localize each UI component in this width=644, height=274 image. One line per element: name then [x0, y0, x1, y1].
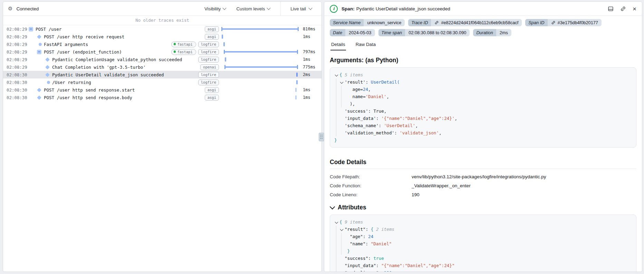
- attributes-heading-label: Attributes: [338, 204, 366, 211]
- span-label: POST /user: [36, 27, 61, 32]
- collapse-icon[interactable]: [29, 27, 33, 31]
- live-tail-label: Live tail: [290, 6, 306, 11]
- indent-guide: [334, 240, 339, 247]
- trace-row[interactable]: 02:08:29POST /user (endpoint_function)fa…: [3, 48, 321, 56]
- meta-value[interactable]: #3e175db4f0b20177: [548, 19, 602, 26]
- collapse-caret-icon[interactable]: [339, 226, 345, 233]
- scope-badge: logfire: [198, 57, 219, 63]
- code-token-brace: {: [371, 227, 376, 232]
- row-timestamp: 02:08:29: [7, 49, 28, 55]
- code-token-brace: }: [347, 248, 350, 254]
- span-label: Pydantic CompletionUsage validate_python…: [52, 57, 182, 62]
- span-label: Chat Completion with 'gpt-3.5-turbo': [52, 65, 146, 70]
- meta-label: Span ID: [525, 19, 547, 26]
- code-line: "age": 24: [334, 233, 632, 240]
- header-menu-visibility[interactable]: Visibility: [204, 6, 226, 11]
- diamond-icon: [45, 57, 50, 62]
- code-line: 'validation_method': 'validate_json',: [334, 129, 632, 136]
- duration-bar-track: [222, 94, 300, 101]
- live-tail-dropdown[interactable]: Live tail: [280, 2, 321, 16]
- header-menu-custom-levels[interactable]: Custom levels: [236, 6, 270, 11]
- code-detail-value: venv/lib/python3.12/site-packages/logfir…: [412, 174, 546, 179]
- row-badges: logfire: [198, 72, 219, 78]
- section-divider: [330, 169, 636, 169]
- trace-row[interactable]: 02:08:29POST /user http receive requesta…: [3, 33, 321, 40]
- code-line: 'result': UserDetail(: [334, 78, 632, 86]
- link-icon: [434, 20, 439, 25]
- duration-tick: [295, 88, 297, 92]
- row-tree: Pydantic CompletionUsage validate_python…: [28, 57, 195, 62]
- row-badges: fastapilogfire: [171, 41, 219, 47]
- trace-row[interactable]: 02:08:30/User returninglogfire: [3, 78, 321, 86]
- code-line: 'success': True,: [334, 107, 632, 115]
- collapse-caret-icon[interactable]: [339, 78, 345, 86]
- indent-pad: [345, 100, 350, 107]
- collapse-icon[interactable]: [37, 50, 41, 54]
- circle-icon: [39, 43, 42, 46]
- trace-row[interactable]: 02:08:29Pydantic CompletionUsage validat…: [3, 56, 321, 63]
- scope-badge: logfire: [198, 79, 219, 85]
- span-detail-actions: ×: [608, 6, 636, 12]
- indent-guide: [334, 115, 339, 122]
- code-token-brace: {: [339, 72, 345, 77]
- detail-tabs: DetailsRaw Data: [324, 37, 642, 50]
- dock-panel-icon[interactable]: [608, 6, 614, 12]
- trace-row[interactable]: 02:08:30POST /user http send response.bo…: [3, 94, 321, 101]
- collapse-caret-icon[interactable]: [334, 71, 339, 78]
- trace-row[interactable]: 02:08:29POST /userasgi810ms: [3, 25, 321, 33]
- span-label: POST /user http send response.body: [44, 95, 132, 100]
- green-dot-icon: [174, 50, 176, 53]
- trace-row[interactable]: 02:08:29FastAPI argumentsfastapilogfire: [3, 40, 321, 48]
- indent-pad: [339, 269, 345, 272]
- copy-link-icon[interactable]: [620, 6, 626, 12]
- indent-guide: [334, 129, 339, 136]
- indent-guide: [339, 93, 345, 100]
- row-timestamp: 02:08:29: [7, 34, 28, 39]
- circle-icon: [47, 81, 50, 84]
- code-token-key: "result": [345, 227, 366, 232]
- row-icon-cell: [45, 81, 50, 84]
- indent-pad: [339, 107, 345, 115]
- tab-details[interactable]: Details: [330, 38, 346, 50]
- code-token-brace: {: [339, 219, 345, 225]
- chevron-down-icon: [267, 6, 271, 10]
- code-token-muted: 5 items: [345, 72, 363, 77]
- close-icon[interactable]: ×: [633, 6, 636, 12]
- meta-label: Duration: [473, 29, 496, 36]
- code-token-pl: ,: [386, 94, 389, 99]
- code-token-key: 'validation_method': [345, 130, 394, 135]
- duration-tick: [225, 57, 226, 62]
- chevron-down-icon: [308, 6, 312, 10]
- info-icon: i: [330, 5, 338, 13]
- menu-label: Visibility: [204, 6, 221, 11]
- span-meta-badges: Service Nameunknown_serviceTrace ID#e822…: [324, 16, 642, 37]
- meta-label: Time span: [378, 29, 405, 36]
- code-line: { 9 items: [334, 218, 632, 226]
- tab-raw-data[interactable]: Raw Data: [355, 38, 376, 50]
- code-line: age=24,: [334, 86, 632, 93]
- trace-row[interactable]: 02:08:30Pydantic UserDetail validate_jso…: [3, 71, 321, 78]
- code-token-pl: name=: [350, 94, 366, 99]
- trace-row[interactable]: 02:08:30POST /user http send response.st…: [3, 86, 321, 94]
- trace-panel-header: ⚙ Connected VisibilityCustom levels Live…: [3, 2, 321, 16]
- code-detail-row: Code Function:_ValidateWrapper._on_enter: [324, 181, 642, 190]
- duration-label: 1ms: [303, 87, 320, 92]
- panel-resize-handle[interactable]: [319, 133, 324, 141]
- attributes-code-block: { 9 items"result": { 2 items"age": 24"na…: [330, 215, 636, 272]
- settings-gear-icon[interactable]: ⚙: [8, 6, 12, 12]
- duration-label: 2ms: [303, 72, 320, 77]
- row-badges: asgi: [205, 95, 219, 101]
- meta-badge-trace-id: Trace ID#e8224d24d41f064b112c6eb9cb58cac…: [408, 19, 522, 26]
- code-line: { 5 items: [334, 71, 632, 78]
- row-icon-cell: [36, 96, 42, 99]
- row-icon-cell: [36, 35, 42, 38]
- code-line: "name": "Daniel": [334, 240, 632, 247]
- code-token-pl: :: [376, 116, 381, 121]
- span-label: /User returning: [52, 80, 91, 85]
- collapse-caret-icon[interactable]: [334, 218, 339, 226]
- trace-row[interactable]: 02:08:29Chat Completion with 'gpt-3.5-tu…: [3, 63, 321, 71]
- duration-bar-track: [222, 25, 300, 33]
- collapse-section-icon[interactable]: [330, 204, 335, 210]
- meta-value[interactable]: #e8224d24d41f064b112c6eb9cb58cacf: [431, 19, 522, 26]
- span-label: FastAPI arguments: [44, 42, 88, 47]
